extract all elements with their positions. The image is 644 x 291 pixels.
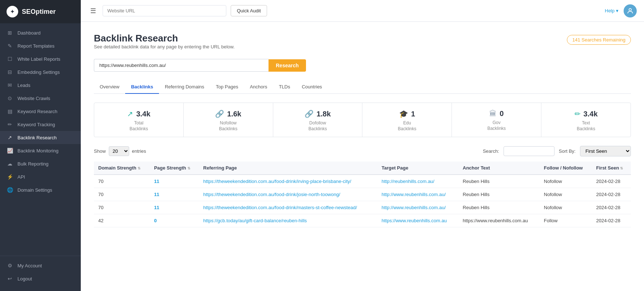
text-backlinks-icon: ✏ (575, 109, 581, 118)
sidebar-item-label: Website Crawls (17, 96, 50, 101)
sidebar-item-keyword-tracking[interactable]: ✏Keyword Tracking (0, 118, 81, 131)
target-page-link[interactable]: http://www.reubenhills.com.au/ (382, 205, 446, 210)
domain-strength-cell: 70 (94, 175, 150, 188)
research-button[interactable]: Research (269, 59, 306, 72)
domain-strength-cell: 70 (94, 188, 150, 201)
domain-settings-icon: 🌐 (7, 187, 13, 193)
table-right-controls: Search: Sort By: First SeenDomain Streng… (483, 146, 631, 156)
backlink-research-icon: ↗ (7, 135, 13, 140)
sidebar-item-label: Backlink Research (17, 135, 57, 140)
keyword-tracking-icon: ✏ (7, 121, 13, 127)
sort-select[interactable]: First SeenDomain StrengthPage Strength (580, 146, 631, 156)
target-page-link[interactable]: http://reubenhills.com.au/ (382, 179, 434, 184)
target-page-link[interactable]: https://www.reubenhills.com.au (382, 218, 447, 223)
url-search-row: Research (94, 59, 631, 72)
help-button[interactable]: Help ▾ (605, 8, 619, 13)
quick-audit-button[interactable]: Quick Audit (231, 5, 267, 16)
sidebar-item-label: Keyword Tracking (17, 122, 55, 127)
sidebar-logo: ✦ SEOptimer (0, 0, 81, 23)
backlink-monitoring-icon: 📈 (7, 148, 13, 154)
api-icon: ⚡ (7, 174, 13, 180)
gov-backlinks-label: GovBacklinks (487, 120, 506, 131)
sidebar-item-label: White Label Reports (17, 56, 60, 62)
sidebar-item-report-templates[interactable]: ✎Report Templates (0, 39, 81, 52)
text-backlinks-value: 3.4k (584, 110, 598, 118)
sidebar-item-backlink-research[interactable]: ↗Backlink Research (0, 131, 81, 144)
stat-total-backlinks: ↗ 3.4k TotalBacklinks (94, 103, 184, 137)
sidebar-item-white-label-reports[interactable]: ☐White Label Reports (0, 52, 81, 65)
logo-icon: ✦ (7, 6, 18, 17)
edu-backlinks-value: 1 (411, 110, 415, 118)
tab-top-pages[interactable]: Top Pages (210, 80, 244, 94)
col-page-strength[interactable]: Page Strength⇅ (150, 162, 199, 175)
sidebar-item-api[interactable]: ⚡API (0, 170, 81, 183)
col-domain-strength[interactable]: Domain Strength⇅ (94, 162, 150, 175)
page-strength-cell: 0 (150, 214, 199, 227)
sidebar-item-logout[interactable]: ↩Logout (0, 272, 81, 285)
my-account-icon: ⚙ (7, 263, 13, 268)
follow-nofollow-cell: Nofollow (540, 175, 592, 188)
tab-tlds[interactable]: TLDs (273, 80, 296, 94)
table-search-input[interactable] (504, 146, 554, 156)
topbar: ☰ Quick Audit Help ▾ (81, 0, 644, 22)
bulk-reporting-icon: ☁ (7, 161, 13, 167)
referring-page-link[interactable]: https://theweekendedition.com.au/food-dr… (203, 205, 357, 210)
main-area: ☰ Quick Audit Help ▾ Backlink Research S… (81, 0, 644, 291)
tab-backlinks[interactable]: Backlinks (125, 80, 159, 94)
user-avatar[interactable] (624, 4, 637, 17)
sidebar-item-domain-settings[interactable]: 🌐Domain Settings (0, 183, 81, 196)
sidebar-item-backlink-monitoring[interactable]: 📈Backlink Monitoring (0, 144, 81, 157)
dofollow-backlinks-icon: 🔗 (305, 109, 314, 118)
target-page-link[interactable]: http://www.reubenhills.com.au/ (382, 192, 446, 197)
total-backlinks-value: 3.4k (136, 110, 150, 118)
tab-anchors[interactable]: Anchors (244, 80, 273, 94)
dofollow-backlinks-value: 1.8k (317, 110, 331, 118)
stat-text-backlinks: ✏ 3.4k TextBacklinks (541, 103, 631, 137)
first-seen-cell: 2024-02-28 (592, 175, 631, 188)
sidebar-item-keyword-research[interactable]: ▤Keyword Research (0, 105, 81, 118)
backlinks-table: Domain Strength⇅Page Strength⇅Referring … (94, 162, 631, 227)
sidebar-item-embedding-settings[interactable]: ⊟Embedding Settings (0, 65, 81, 79)
sidebar-item-website-crawls[interactable]: ⊙Website Crawls (0, 92, 81, 105)
target-page-cell: http://reubenhills.com.au/ (377, 175, 458, 188)
table-row: 70 11 https://theweekendedition.com.au/f… (94, 175, 631, 188)
table-row: 70 11 https://theweekendedition.com.au/f… (94, 188, 631, 201)
hamburger-menu[interactable]: ☰ (88, 5, 98, 17)
referring-page-link[interactable]: https://theweekendedition.com.au/food-dr… (203, 192, 341, 197)
col-follow-nofollow: Follow / Nofollow (540, 162, 592, 175)
sidebar-item-label: Keyword Research (17, 109, 57, 114)
referring-page-link[interactable]: https://theweekendedition.com.au/food-dr… (203, 179, 351, 184)
url-search-input[interactable] (94, 59, 269, 72)
embedding-settings-icon: ⊟ (7, 69, 13, 75)
target-page-cell: http://www.reubenhills.com.au/ (377, 201, 458, 214)
sidebar-item-bulk-reporting[interactable]: ☁Bulk Reporting (0, 157, 81, 170)
sidebar-item-label: Leads (17, 83, 30, 88)
tab-countries[interactable]: Countries (296, 80, 328, 94)
tab-overview[interactable]: Overview (94, 80, 125, 94)
page-strength-cell: 11 (150, 175, 199, 188)
stat-gov-backlinks: 🏛 0 GovBacklinks (452, 103, 541, 137)
referring-page-cell: https://gcb.today/au/gift-card-balance/r… (199, 214, 377, 227)
report-templates-icon: ✎ (7, 43, 13, 49)
sidebar-item-label: My Account (17, 263, 42, 268)
entries-select[interactable]: 102050100 (109, 146, 129, 156)
sidebar-item-leads[interactable]: ✉Leads (0, 79, 81, 92)
sidebar-item-dashboard[interactable]: ⊞Dashboard (0, 26, 81, 39)
stats-row: ↗ 3.4k TotalBacklinks 🔗 1.6k NofollowBac… (94, 103, 631, 137)
sidebar-footer: ⚙My Account↩Logout (0, 256, 81, 291)
domain-strength-cell: 70 (94, 201, 150, 214)
topbar-url-input[interactable] (103, 5, 226, 16)
anchor-text-cell: Reuben Hills (458, 188, 540, 201)
page-subtitle: See detailed backlink data for any page … (94, 44, 235, 49)
table-row: 42 0 https://gcb.today/au/gift-card-bala… (94, 214, 631, 227)
gov-backlinks-value: 0 (500, 109, 504, 118)
sidebar-item-my-account[interactable]: ⚙My Account (0, 259, 81, 272)
page-strength-cell: 11 (150, 188, 199, 201)
referring-page-link[interactable]: https://gcb.today/au/gift-card-balance/r… (203, 218, 307, 223)
referring-page-cell: https://theweekendedition.com.au/food-dr… (199, 201, 377, 214)
target-page-cell: https://www.reubenhills.com.au (377, 214, 458, 227)
tab-referring-domains[interactable]: Referring Domains (159, 80, 210, 94)
col-first-seen[interactable]: First Seen⇅ (592, 162, 631, 175)
sort-label: Sort By: (559, 148, 576, 154)
topbar-right: Help ▾ (605, 4, 637, 17)
